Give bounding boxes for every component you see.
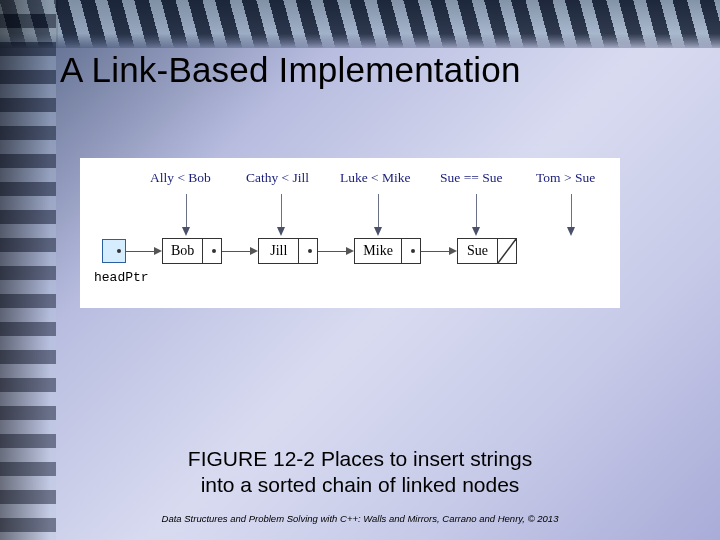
caption-line: into a sorted chain of linked nodes	[201, 473, 520, 496]
list-node: Bob	[162, 238, 222, 264]
linked-list-row: Bob Jill Mike Sue	[80, 238, 620, 264]
figure-diagram: Ally < Bob Cathy < Jill Luke < Mike Sue …	[80, 158, 620, 308]
comparison-label: Ally < Bob	[150, 170, 222, 186]
node-null-pointer	[498, 239, 516, 263]
svg-line-0	[498, 239, 516, 263]
pointer-dot-icon	[212, 249, 216, 253]
caption-line: FIGURE 12-2 Places to insert strings	[188, 447, 532, 470]
node-pointer	[402, 239, 420, 263]
comparison-label: Sue == Sue	[440, 170, 512, 186]
link-arrow-icon	[222, 247, 258, 255]
list-node: Sue	[457, 238, 517, 264]
comparison-label: Tom > Sue	[536, 170, 606, 186]
list-node: Mike	[354, 238, 421, 264]
node-label: Mike	[355, 239, 402, 263]
null-slash-icon	[498, 239, 516, 263]
node-label: Bob	[163, 239, 203, 263]
insertion-arrows	[80, 188, 620, 244]
head-pointer-box	[102, 239, 126, 263]
comparison-label: Cathy < Jill	[246, 170, 316, 186]
node-label: Jill	[259, 239, 299, 263]
comparison-label: Luke < Mike	[340, 170, 416, 186]
link-arrow-icon	[126, 247, 162, 255]
list-node: Jill	[258, 238, 318, 264]
comparison-row: Ally < Bob Cathy < Jill Luke < Mike Sue …	[80, 170, 620, 186]
node-label: Sue	[458, 239, 498, 263]
link-arrow-icon	[421, 247, 457, 255]
slide-title: A Link-Based Implementation	[60, 50, 680, 90]
head-pointer-label: headPtr	[94, 270, 149, 285]
link-arrow-icon	[318, 247, 354, 255]
node-pointer	[299, 239, 317, 263]
credit-line: Data Structures and Problem Solving with…	[0, 513, 720, 524]
node-pointer	[203, 239, 221, 263]
pointer-dot-icon	[117, 249, 121, 253]
figure-caption: FIGURE 12-2 Places to insert strings int…	[0, 446, 720, 499]
pointer-dot-icon	[411, 249, 415, 253]
pointer-dot-icon	[308, 249, 312, 253]
slide-content: A Link-Based Implementation Ally < Bob C…	[60, 40, 680, 510]
